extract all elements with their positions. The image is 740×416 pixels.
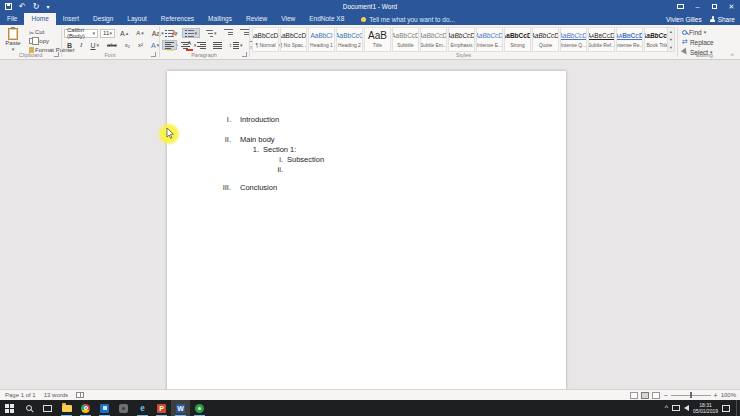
read-mode-button[interactable] <box>630 392 638 399</box>
share-button[interactable]: Share <box>710 16 735 23</box>
grow-font-icon: A <box>120 29 125 38</box>
action-center-icon[interactable] <box>722 405 730 412</box>
doc-line-main-body[interactable]: II. Main body <box>167 134 566 144</box>
document-area[interactable]: I. Introduction II. Main body 1. Section… <box>0 60 740 389</box>
word-button[interactable]: W <box>171 400 190 416</box>
user-name[interactable]: Vivien Gilles <box>666 16 702 23</box>
bold-button[interactable]: B <box>64 40 75 50</box>
superscript-button[interactable]: x² <box>135 40 146 50</box>
styles-gallery-scroll[interactable]: ▴ ▾ ▾ <box>667 27 675 52</box>
zoom-slider-thumb[interactable] <box>690 392 693 398</box>
align-right-button[interactable] <box>194 40 209 50</box>
document-page[interactable]: I. Introduction II. Main body 1. Section… <box>167 71 566 389</box>
strikethrough-button[interactable]: abc <box>104 40 120 50</box>
grow-font-button[interactable]: A▴ <box>117 28 131 38</box>
font-name-combo[interactable]: Calibri (Body) ▾ <box>64 29 98 38</box>
app-green-button[interactable] <box>190 400 209 416</box>
style-no-spacing[interactable]: AaBbCcDc¶ No Spac... <box>280 27 307 52</box>
zoom-slider[interactable] <box>671 395 711 396</box>
tab-references[interactable]: References <box>154 13 201 25</box>
taskbar-search-button[interactable] <box>19 400 38 416</box>
font-size-combo[interactable]: 11 ▾ <box>100 29 115 38</box>
proofing-icon[interactable] <box>76 392 84 398</box>
start-button[interactable] <box>0 400 19 416</box>
style-intense-emphasis[interactable]: AaBbCcDiIntense E... <box>476 27 503 52</box>
doc-line-empty-item[interactable]: ii. <box>167 164 566 174</box>
collapse-ribbon-icon[interactable]: ˄ <box>730 52 734 58</box>
tab-design[interactable]: Design <box>86 13 120 25</box>
task-view-icon <box>43 405 52 412</box>
numbering-icon <box>185 29 194 37</box>
ribbon-display-options-button[interactable] <box>672 0 689 13</box>
replace-button[interactable]: ⇄ Replace <box>682 38 714 46</box>
doc-line-section-1[interactable]: 1. Section 1: <box>167 144 566 154</box>
tab-mailings[interactable]: Mailings <box>201 13 239 25</box>
tab-insert[interactable]: Insert <box>56 13 86 25</box>
style-intense-quote[interactable]: AaBbCcDiIntense Q... <box>560 27 587 52</box>
tray-chevron-icon[interactable]: ^ <box>665 400 668 416</box>
find-button[interactable]: Find ▾ <box>682 28 714 36</box>
subscript-button[interactable]: x₂ <box>122 40 133 50</box>
italic-button[interactable]: I <box>77 40 85 50</box>
numbering-button[interactable]: ▾ <box>182 28 201 38</box>
zoom-out-button[interactable]: − <box>663 392 667 399</box>
style-intense-reference[interactable]: AaBbCcDiIntense Re... <box>616 27 643 52</box>
close-button[interactable]: ✕ <box>723 0 740 13</box>
restore-icon <box>712 4 717 9</box>
display-icon[interactable] <box>672 405 680 411</box>
style-subtle-reference[interactable]: AaBbCcDiSubtle Ref... <box>588 27 615 52</box>
tab-view[interactable]: View <box>274 13 302 25</box>
font-dialog-launcher[interactable] <box>151 52 156 57</box>
align-center-button[interactable] <box>178 40 193 50</box>
tab-file[interactable]: File <box>0 13 24 25</box>
powerpoint-button[interactable]: P <box>152 400 171 416</box>
bullets-button[interactable]: ▾ <box>162 28 181 38</box>
tab-home[interactable]: Home <box>24 13 55 25</box>
zoom-level[interactable]: 100% <box>721 392 736 398</box>
volume-icon[interactable] <box>684 405 689 411</box>
zoom-in-button[interactable]: + <box>714 392 718 399</box>
web-layout-button[interactable] <box>652 392 660 399</box>
style-quote[interactable]: AaBbCcDiQuote <box>532 27 559 52</box>
clipboard-dialog-launcher[interactable] <box>54 52 59 57</box>
style-strong[interactable]: AaBbCcDiStrong <box>504 27 531 52</box>
show-desktop-button[interactable] <box>736 400 738 416</box>
doc-line-subsection[interactable]: i. Subsection <box>167 154 566 164</box>
tab-layout[interactable]: Layout <box>120 13 154 25</box>
maximize-button[interactable] <box>706 0 723 13</box>
underline-button[interactable]: U▾ <box>87 40 102 50</box>
doc-line-introduction[interactable]: I. Introduction <box>167 114 566 124</box>
tell-me-box[interactable]: Tell me what you want to do... <box>351 13 455 25</box>
word-count[interactable]: 13 words <box>44 392 68 398</box>
app-blue-button[interactable] <box>95 400 114 416</box>
window-title: Document1 - Word <box>0 0 740 13</box>
align-right-icon <box>197 41 206 49</box>
minimize-button[interactable]: – <box>689 0 706 13</box>
tab-endnote[interactable]: EndNote X8 <box>302 13 351 25</box>
print-layout-button[interactable] <box>641 392 649 399</box>
shrink-font-button[interactable]: A▾ <box>133 28 147 38</box>
doc-line-conclusion[interactable]: III. Conclusion <box>167 182 566 192</box>
internet-explorer-button[interactable]: e <box>133 400 152 416</box>
style-normal[interactable]: AaBbCcDc¶ Normal <box>252 27 279 52</box>
style-heading-1[interactable]: AaBbCiHeading 1 <box>308 27 335 52</box>
chrome-button[interactable] <box>76 400 95 416</box>
style-subtitle[interactable]: AaBbCcDSubtitle <box>392 27 419 52</box>
clock[interactable]: 18:31 05/01/2019 <box>693 402 718 414</box>
line-spacing-button[interactable]: ↕▾ <box>226 40 246 50</box>
task-view-button[interactable] <box>38 400 57 416</box>
multilevel-list-button[interactable]: ▾ <box>201 28 220 38</box>
tab-review[interactable]: Review <box>239 13 274 25</box>
paragraph-dialog-launcher[interactable] <box>242 52 247 57</box>
align-left-button[interactable] <box>162 40 177 50</box>
text-effects-button[interactable]: A▾ <box>148 40 162 50</box>
app-gray-button[interactable] <box>114 400 133 416</box>
style-heading-2[interactable]: AaBbCcCHeading 2 <box>336 27 363 52</box>
style-title[interactable]: AaBTitle <box>364 27 391 52</box>
decrease-indent-button[interactable] <box>221 28 236 38</box>
justify-button[interactable] <box>210 40 225 50</box>
page-indicator[interactable]: Page 1 of 1 <box>5 392 36 398</box>
style-emphasis[interactable]: AaBbCcDiEmphasis <box>448 27 475 52</box>
style-subtle-emphasis[interactable]: AaBbCcDiSubtle Em... <box>420 27 447 52</box>
file-explorer-button[interactable] <box>57 400 76 416</box>
